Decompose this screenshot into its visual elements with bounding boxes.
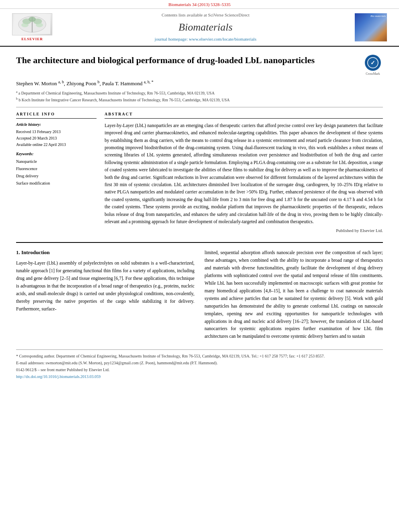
footnote-emails: E-mail addresses: swmorton@mit.edu (S.W.… — [16, 360, 383, 366]
journal-header: ELSEVIER Contents lists available at Sci… — [0, 9, 399, 46]
keyword-1: Nanoparticle — [16, 158, 97, 165]
article-history: Article history: Received 13 February 20… — [16, 122, 97, 148]
affil-a: a a Department of Chemical Engineering, … — [16, 90, 383, 96]
elsevier-logo: ELSEVIER — [8, 13, 56, 42]
elsevier-logo-image — [12, 13, 52, 35]
keywords-label: Keywords: — [16, 151, 97, 157]
authors: Stephen W. Morton a, b, Zhiyong Poon b, … — [16, 79, 383, 88]
intro-heading: 1. Introduction — [16, 249, 195, 256]
intro-col-right: limited, sequential adsorption affords n… — [205, 249, 383, 344]
journal-citation: Biomaterials 34 (2013) 5328–5335 — [0, 0, 399, 9]
abstract-column: ABSTRACT Layer-by-Layer (LbL) nanopartic… — [105, 111, 383, 234]
affil-b: b b Koch Institute for Integrative Cance… — [16, 97, 383, 103]
keyword-4: Surface modification — [16, 180, 97, 187]
keyword-3: Drug delivery — [16, 173, 97, 180]
sciverse-link: Contents lists available at SciVerse Sci… — [64, 12, 347, 18]
footnote-issn: 0142-9612/$ – see front matter Published… — [16, 367, 383, 373]
footnote-corresponding: * Corresponding author. Department of Ch… — [16, 353, 383, 359]
intro-col-left: 1. Introduction Layer-by-Layer (LbL) ass… — [16, 249, 195, 344]
journal-center: Contents lists available at SciVerse Sci… — [56, 12, 355, 42]
accepted-date: Accepted 20 March 2013 — [16, 135, 97, 142]
history-label: Article history: — [16, 122, 97, 127]
elsevier-label: ELSEVIER — [21, 37, 43, 42]
article-info-column: ARTICLE INFO Article history: Received 1… — [16, 111, 97, 234]
abstract-label: ABSTRACT — [105, 111, 383, 119]
journal-name: Biomaterials — [64, 20, 347, 35]
title-section: The architecture and biological performa… — [16, 55, 383, 76]
main-content: The architecture and biological performa… — [0, 47, 399, 389]
available-date: Available online 22 April 2013 — [16, 142, 97, 148]
info-abstract-section: ARTICLE INFO Article history: Received 1… — [16, 111, 383, 234]
article-title: The architecture and biological performa… — [16, 55, 359, 66]
keyword-2: Fluorescence — [16, 165, 97, 173]
svg-point-5 — [29, 17, 36, 22]
crossmark-icon: ✓ — [365, 55, 381, 71]
svg-text:✓: ✓ — [370, 60, 375, 66]
intro-text-right: limited, sequential adsorption affords n… — [205, 249, 383, 341]
elsevier-logo-section: ELSEVIER — [8, 13, 56, 42]
svg-point-7 — [36, 23, 43, 27]
affiliations: a a Department of Chemical Engineering, … — [16, 90, 383, 103]
article-info-label: ARTICLE INFO — [16, 111, 97, 119]
divider — [16, 107, 383, 107]
crossmark-label: CrossMark — [366, 72, 380, 76]
introduction-columns: 1. Introduction Layer-by-Layer (LbL) ass… — [16, 249, 383, 344]
published-by: Published by Elsevier Ltd. — [105, 228, 383, 234]
crossmark-section: ✓ CrossMark — [363, 55, 383, 76]
journal-cover: Bio materials — [355, 13, 391, 41]
cover-text: Bio materials — [370, 14, 386, 18]
keywords-section: Keywords: Nanoparticle Fluorescence Drug… — [16, 151, 97, 187]
footnote-doi[interactable]: http://dx.doi.org/10.1016/j.biomaterials… — [16, 374, 383, 380]
bottom-section: 1. Introduction Layer-by-Layer (LbL) ass… — [16, 242, 383, 380]
intro-text-left: Layer-by-Layer (LbL) assembly of polyele… — [16, 259, 195, 313]
abstract-text: Layer-by-Layer (LbL) nanoparticles are a… — [105, 122, 383, 225]
svg-point-6 — [21, 23, 29, 27]
cover-image: Bio materials — [355, 13, 387, 41]
received-date: Received 13 February 2013 — [16, 129, 97, 135]
footnotes: * Corresponding author. Department of Ch… — [16, 349, 383, 380]
keywords-list: Nanoparticle Fluorescence Drug delivery … — [16, 158, 97, 187]
citation-text: Biomaterials 34 (2013) 5328–5335 — [169, 2, 230, 7]
journal-homepage: journal homepage: www.elsevier.com/locat… — [64, 36, 347, 42]
